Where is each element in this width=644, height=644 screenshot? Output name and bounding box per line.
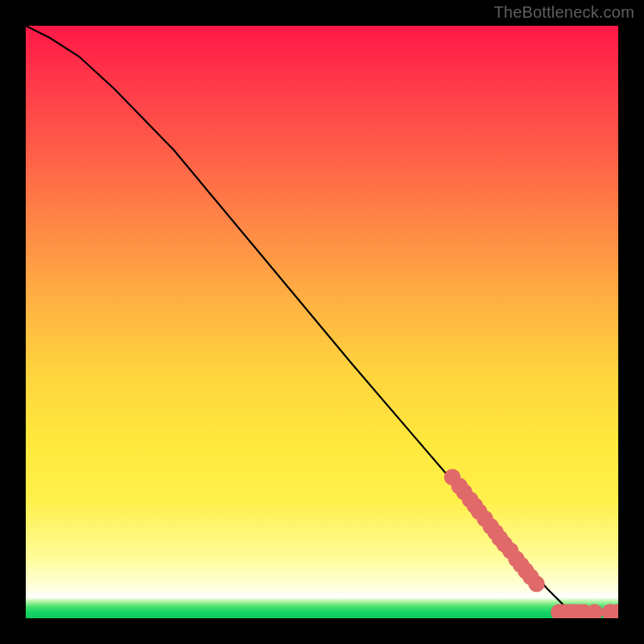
plot-area	[26, 26, 618, 618]
scatter-point	[528, 576, 545, 592]
chart-stage: TheBottleneck.com	[0, 0, 644, 644]
curve-line	[26, 26, 618, 613]
chart-overlay	[26, 26, 618, 618]
watermark-text: TheBottleneck.com	[493, 3, 634, 22]
scatter-points	[444, 469, 618, 618]
